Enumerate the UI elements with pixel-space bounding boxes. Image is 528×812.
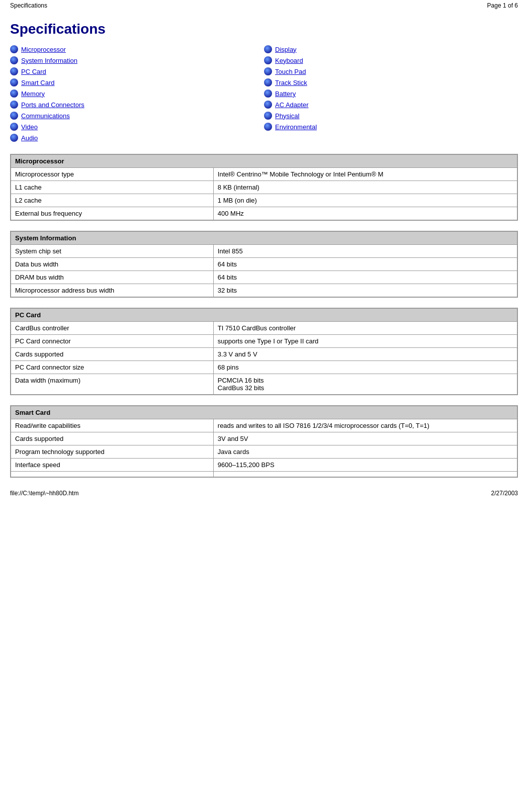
table-row: Interface speed9600–115,200 BPS xyxy=(11,459,517,472)
table-row: External bus frequency400 MHz xyxy=(11,207,517,220)
table-row: PC Card connectorsupports one Type I or … xyxy=(11,335,517,348)
nav-link[interactable]: Memory xyxy=(21,90,45,98)
table-cell-label: Microprocessor address bus width xyxy=(11,284,214,297)
table-cell-label: Data bus width xyxy=(11,258,214,271)
table-row: CardBus controllerTI 7510 CardBus contro… xyxy=(11,322,517,335)
table-row: DRAM bus width64 bits xyxy=(11,271,517,284)
table-cell-value: Intel 855 xyxy=(213,245,517,258)
nav-link[interactable]: Video xyxy=(21,123,38,131)
table-system-information: System InformationSystem chip setIntel 8… xyxy=(11,231,517,297)
table-header: Smart Card xyxy=(11,406,517,419)
table-cell-label: Cards supported xyxy=(11,432,214,445)
nav-link[interactable]: AC Adapter xyxy=(275,101,309,109)
nav-item: Keyboard xyxy=(264,56,518,64)
nav-link[interactable]: Audio xyxy=(21,134,38,142)
page-title: Specifications xyxy=(10,21,518,37)
nav-link[interactable]: Physical xyxy=(275,112,299,120)
table-row: Microprocessor typeIntel® Centrino™ Mobi… xyxy=(11,168,517,181)
nav-bullet xyxy=(264,123,272,131)
table-row: Cards supported3.3 V and 5 V xyxy=(11,348,517,361)
table-row: Data width (maximum)PCMCIA 16 bitsCardBu… xyxy=(11,374,517,395)
nav-link[interactable]: Keyboard xyxy=(275,57,303,64)
nav-bullet xyxy=(264,67,272,75)
nav-item: System Information xyxy=(10,56,264,64)
nav-link[interactable]: Smart Card xyxy=(21,79,54,86)
nav-item: Physical xyxy=(264,112,518,120)
footer-file: file://C:\temp\~hh80D.htm xyxy=(10,490,78,497)
table-cell-label: Interface speed xyxy=(11,459,214,472)
nav-link[interactable]: System Information xyxy=(21,57,77,64)
table-cell-label: Data width (maximum) xyxy=(11,374,214,395)
table-cell-value: supports one Type I or Type II card xyxy=(213,335,517,348)
section-microprocessor: MicroprocessorMicroprocessor typeIntel® … xyxy=(10,154,518,221)
table-row: Program technology supportedJava cards xyxy=(11,445,517,459)
table-cell-value xyxy=(213,472,517,477)
nav-item: Smart Card xyxy=(10,78,264,86)
table-cell-label: DRAM bus width xyxy=(11,271,214,284)
nav-item: AC Adapter xyxy=(264,101,518,109)
nav-bullet xyxy=(10,101,18,109)
nav-item: Track Stick xyxy=(264,78,518,86)
nav-item: Touch Pad xyxy=(264,67,518,75)
nav-link[interactable]: Display xyxy=(275,46,297,53)
table-cell-label xyxy=(11,472,214,477)
nav-bullet xyxy=(264,45,272,53)
nav-link[interactable]: Communications xyxy=(21,112,70,120)
nav-bullet xyxy=(264,78,272,86)
table-row: System chip setIntel 855 xyxy=(11,245,517,258)
nav-link[interactable]: PC Card xyxy=(21,68,46,75)
nav-right: DisplayKeyboardTouch PadTrack StickBatte… xyxy=(264,45,518,144)
table-microprocessor: MicroprocessorMicroprocessor typeIntel® … xyxy=(11,154,517,220)
nav-link[interactable]: Battery xyxy=(275,90,296,98)
nav-link[interactable]: Ports and Connectors xyxy=(21,101,84,109)
table-cell-value: reads and writes to all ISO 7816 1/2/3/4… xyxy=(213,419,517,432)
page-footer: file://C:\temp\~hh80D.htm 2/27/2003 xyxy=(10,488,518,497)
table-cell-value: 64 bits xyxy=(213,271,517,284)
table-cell-value: PCMCIA 16 bitsCardBus 32 bits xyxy=(213,374,517,395)
table-cell-label: Program technology supported xyxy=(11,445,214,459)
table-cell-label: PC Card connector size xyxy=(11,361,214,374)
table-cell-value: 32 bits xyxy=(213,284,517,297)
table-cell-label: L1 cache xyxy=(11,181,214,194)
table-cell-value: 1 MB (on die) xyxy=(213,194,517,207)
nav-bullet xyxy=(10,89,18,98)
table-cell-label: L2 cache xyxy=(11,194,214,207)
nav-item: Microprocessor xyxy=(10,45,264,53)
table-cell-label: System chip set xyxy=(11,245,214,258)
nav-item: Audio xyxy=(10,134,264,142)
table-smart-card: Smart CardRead/write capabilitiesreads a… xyxy=(11,406,517,477)
table-header: PC Card xyxy=(11,309,517,322)
nav-item: Environmental xyxy=(264,123,518,131)
header-page: Page 1 of 6 xyxy=(487,2,518,9)
nav-item: Communications xyxy=(10,112,264,120)
nav-item: Video xyxy=(10,123,264,131)
table-cell-label: Read/write capabilities xyxy=(11,419,214,432)
table-cell-value: TI 7510 CardBus controller xyxy=(213,322,517,335)
nav-bullet xyxy=(10,45,18,53)
table-cell-value: 400 MHz xyxy=(213,207,517,220)
section-system-information: System InformationSystem chip setIntel 8… xyxy=(10,231,518,298)
table-cell-value: 9600–115,200 BPS xyxy=(213,459,517,472)
nav-link[interactable]: Environmental xyxy=(275,123,317,131)
page-header: Specifications Page 1 of 6 xyxy=(10,0,518,11)
table-cell-label: CardBus controller xyxy=(11,322,214,335)
nav-bullet xyxy=(264,112,272,120)
nav-link[interactable]: Touch Pad xyxy=(275,68,306,75)
table-row: Microprocessor address bus width32 bits xyxy=(11,284,517,297)
nav-links: MicroprocessorSystem InformationPC CardS… xyxy=(10,45,518,144)
nav-item: Display xyxy=(264,45,518,53)
nav-item: Memory xyxy=(10,89,264,98)
nav-link[interactable]: Track Stick xyxy=(275,79,307,86)
table-cell-value: 8 KB (internal) xyxy=(213,181,517,194)
table-cell-label: External bus frequency xyxy=(11,207,214,220)
table-row: L2 cache1 MB (on die) xyxy=(11,194,517,207)
table-header: Microprocessor xyxy=(11,155,517,168)
nav-link[interactable]: Microprocessor xyxy=(21,46,66,53)
table-row: Data bus width64 bits xyxy=(11,258,517,271)
table-row: L1 cache8 KB (internal) xyxy=(11,181,517,194)
nav-left: MicroprocessorSystem InformationPC CardS… xyxy=(10,45,264,144)
table-cell-label: Cards supported xyxy=(11,348,214,361)
nav-bullet xyxy=(10,134,18,142)
header-title: Specifications xyxy=(10,2,47,9)
table-row xyxy=(11,472,517,477)
